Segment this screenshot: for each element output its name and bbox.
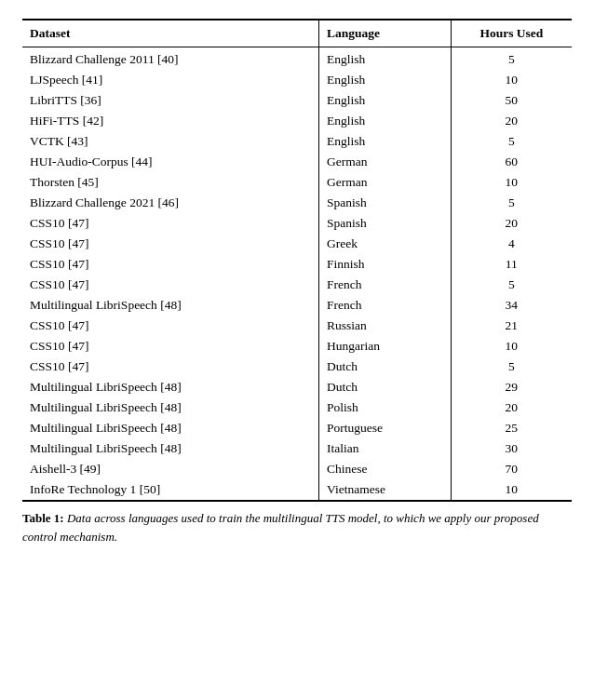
cell-language: Italian [319, 438, 452, 459]
cell-hours: 4 [451, 234, 572, 254]
table-row: CSS10 [47]French5 [22, 275, 572, 295]
cell-dataset: LJSpeech [41] [22, 70, 319, 90]
cell-dataset: HUI-Audio-Corpus [44] [22, 152, 319, 172]
cell-language: Finnish [319, 254, 452, 275]
cell-hours: 5 [451, 193, 572, 213]
table-section: Dataset Language Hours Used Blizzard Cha… [22, 19, 572, 545]
table-row: Multilingual LibriSpeech [48]Dutch29 [22, 377, 572, 397]
dataset-table: Dataset Language Hours Used Blizzard Cha… [22, 20, 572, 500]
table-row: Multilingual LibriSpeech [48]French34 [22, 295, 572, 316]
cell-language: Dutch [319, 357, 452, 377]
caption-text: Data across languages used to train the … [22, 511, 539, 544]
cell-dataset: CSS10 [47] [22, 357, 319, 377]
cell-hours: 20 [451, 213, 572, 234]
cell-language: French [319, 295, 452, 316]
table-row: LibriTTS [36]English50 [22, 90, 572, 111]
cell-hours: 5 [451, 275, 572, 295]
cell-language: Hungarian [319, 336, 452, 357]
table-row: CSS10 [47]Russian21 [22, 316, 572, 336]
cell-hours: 50 [451, 90, 572, 111]
cell-language: Spanish [319, 193, 452, 213]
table-row: CSS10 [47]Dutch5 [22, 357, 572, 377]
table-row: Multilingual LibriSpeech [48]Polish20 [22, 397, 572, 418]
table-row: Multilingual LibriSpeech [48]Italian30 [22, 438, 572, 459]
caption-label: Table 1: [22, 511, 64, 525]
cell-language: Spanish [319, 213, 452, 234]
header-hours: Hours Used [451, 20, 572, 47]
cell-dataset: InfoRe Technology 1 [50] [22, 479, 319, 500]
cell-dataset: Blizzard Challenge 2021 [46] [22, 193, 319, 213]
cell-hours: 10 [451, 479, 572, 500]
cell-hours: 29 [451, 377, 572, 397]
cell-hours: 11 [451, 254, 572, 275]
cell-hours: 21 [451, 316, 572, 336]
cell-language: Polish [319, 397, 452, 418]
table-row: HiFi-TTS [42]English20 [22, 111, 572, 131]
cell-hours: 5 [451, 47, 572, 71]
cell-dataset: VCTK [43] [22, 131, 319, 152]
cell-dataset: Aishell-3 [49] [22, 459, 319, 479]
table-row: CSS10 [47]Spanish20 [22, 213, 572, 234]
table-caption: Table 1: Data across languages used to t… [22, 509, 572, 545]
cell-dataset: Multilingual LibriSpeech [48] [22, 418, 319, 438]
cell-dataset: CSS10 [47] [22, 254, 319, 275]
header-language: Language [319, 20, 452, 47]
cell-language: Portuguese [319, 418, 452, 438]
cell-dataset: Multilingual LibriSpeech [48] [22, 377, 319, 397]
table-row: Blizzard Challenge 2021 [46]Spanish5 [22, 193, 572, 213]
table-row: Thorsten [45]German10 [22, 172, 572, 193]
cell-language: Chinese [319, 459, 452, 479]
table-row: VCTK [43]English5 [22, 131, 572, 152]
table-row: Aishell-3 [49]Chinese70 [22, 459, 572, 479]
data-table-container: Dataset Language Hours Used Blizzard Cha… [22, 19, 572, 502]
cell-language: German [319, 172, 452, 193]
cell-hours: 10 [451, 336, 572, 357]
header-dataset: Dataset [22, 20, 319, 47]
cell-dataset: LibriTTS [36] [22, 90, 319, 111]
cell-language: English [319, 70, 452, 90]
cell-hours: 20 [451, 111, 572, 131]
table-row: Multilingual LibriSpeech [48]Portuguese2… [22, 418, 572, 438]
cell-hours: 5 [451, 131, 572, 152]
table-row: InfoRe Technology 1 [50]Vietnamese10 [22, 479, 572, 500]
cell-language: Vietnamese [319, 479, 452, 500]
cell-dataset: CSS10 [47] [22, 213, 319, 234]
cell-hours: 60 [451, 152, 572, 172]
cell-language: Dutch [319, 377, 452, 397]
cell-dataset: HiFi-TTS [42] [22, 111, 319, 131]
cell-dataset: CSS10 [47] [22, 275, 319, 295]
cell-dataset: Multilingual LibriSpeech [48] [22, 438, 319, 459]
cell-dataset: Blizzard Challenge 2011 [40] [22, 47, 319, 71]
cell-hours: 10 [451, 172, 572, 193]
cell-language: Russian [319, 316, 452, 336]
cell-hours: 70 [451, 459, 572, 479]
table-row: LJSpeech [41]English10 [22, 70, 572, 90]
cell-dataset: Thorsten [45] [22, 172, 319, 193]
cell-language: Greek [319, 234, 452, 254]
table-row: CSS10 [47]Hungarian10 [22, 336, 572, 357]
cell-dataset: CSS10 [47] [22, 316, 319, 336]
table-row: CSS10 [47]Greek4 [22, 234, 572, 254]
table-row: HUI-Audio-Corpus [44]German60 [22, 152, 572, 172]
cell-dataset: Multilingual LibriSpeech [48] [22, 295, 319, 316]
cell-hours: 34 [451, 295, 572, 316]
table-row: CSS10 [47]Finnish11 [22, 254, 572, 275]
cell-language: English [319, 131, 452, 152]
cell-dataset: Multilingual LibriSpeech [48] [22, 397, 319, 418]
cell-hours: 30 [451, 438, 572, 459]
table-header-row: Dataset Language Hours Used [22, 20, 572, 47]
cell-hours: 25 [451, 418, 572, 438]
cell-hours: 20 [451, 397, 572, 418]
cell-dataset: CSS10 [47] [22, 336, 319, 357]
cell-hours: 10 [451, 70, 572, 90]
cell-language: English [319, 111, 452, 131]
cell-language: French [319, 275, 452, 295]
cell-language: English [319, 90, 452, 111]
cell-hours: 5 [451, 357, 572, 377]
cell-language: German [319, 152, 452, 172]
cell-dataset: CSS10 [47] [22, 234, 319, 254]
cell-language: English [319, 47, 452, 71]
table-row: Blizzard Challenge 2011 [40]English5 [22, 47, 572, 71]
